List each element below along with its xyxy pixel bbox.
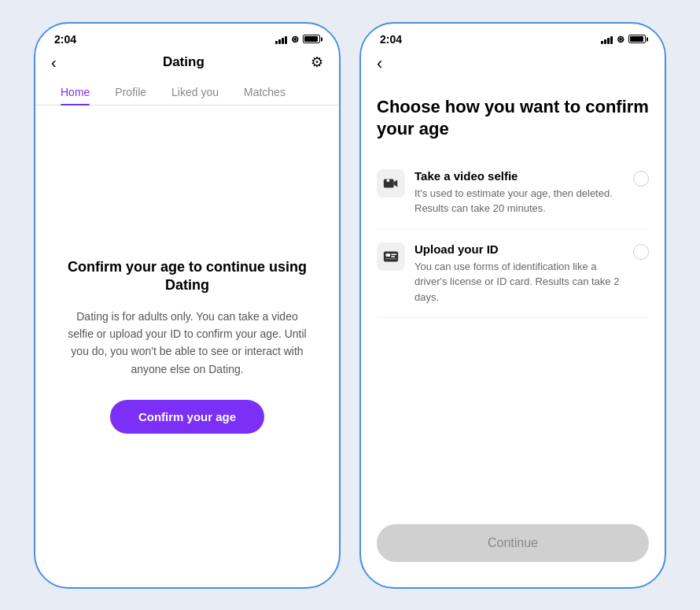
time-1: 2:04 — [54, 33, 76, 46]
status-bar-2: 2:04 ⊛ — [361, 24, 665, 50]
tab-matches[interactable]: Matches — [231, 79, 298, 105]
video-selfie-icon — [377, 169, 405, 198]
wifi-icon: ⊛ — [291, 34, 299, 45]
back-button-2[interactable]: ‹ — [377, 54, 382, 73]
tab-profile[interactable]: Profile — [102, 79, 159, 105]
nav-title: Dating — [163, 54, 204, 70]
phone-1: 2:04 ⊛ ‹ Dating ⚙ Home Profile Liked you… — [34, 22, 341, 589]
svg-rect-2 — [384, 251, 398, 261]
video-selfie-text: Take a video selfie It's used to estimat… — [414, 169, 624, 216]
radio-video-selfie[interactable] — [633, 171, 649, 187]
age-confirm-description: Dating is for adults only. You can take … — [67, 308, 308, 379]
video-selfie-title: Take a video selfie — [414, 169, 624, 183]
tab-bar: Home Profile Liked you Matches — [35, 79, 339, 105]
option-video-selfie[interactable]: Take a video selfie It's used to estimat… — [377, 157, 649, 230]
battery-icon-2 — [628, 35, 646, 43]
phone2-title: Choose how you want to confirm your age — [361, 87, 665, 141]
signal-icon-2 — [601, 35, 613, 44]
upload-id-title: Upload your ID — [414, 242, 624, 256]
svg-point-1 — [387, 179, 390, 182]
tab-liked-you[interactable]: Liked you — [159, 79, 231, 105]
phone-2: 2:04 ⊛ ‹ Choose how you want to confirm … — [359, 22, 666, 589]
wifi-icon-2: ⊛ — [617, 34, 624, 45]
time-2: 2:04 — [380, 33, 402, 46]
status-icons-1: ⊛ — [275, 34, 320, 45]
video-selfie-desc: It's used to estimate your age, then del… — [414, 186, 624, 216]
continue-button[interactable]: Continue — [377, 524, 649, 562]
tab-home[interactable]: Home — [48, 79, 102, 105]
confirm-age-button[interactable]: Confirm your age — [110, 400, 264, 434]
phone2-back-header: ‹ — [361, 50, 665, 87]
settings-button[interactable]: ⚙ — [311, 54, 323, 71]
upload-id-text: Upload your ID You can use forms of iden… — [414, 242, 624, 305]
radio-upload-id[interactable] — [633, 244, 649, 260]
phone2-options: Take a video selfie It's used to estimat… — [361, 141, 665, 512]
upload-id-desc: You can use forms of identification like… — [414, 259, 624, 305]
signal-icon — [275, 35, 287, 44]
battery-icon — [303, 35, 320, 43]
age-confirm-title: Confirm your age to continue using Datin… — [67, 258, 308, 295]
svg-rect-3 — [386, 253, 391, 257]
status-bar-1: 2:04 ⊛ — [35, 24, 339, 50]
phone1-main-content: Confirm your age to continue using Datin… — [35, 105, 339, 587]
option-upload-id[interactable]: Upload your ID You can use forms of iden… — [377, 230, 649, 319]
status-icons-2: ⊛ — [601, 34, 646, 45]
nav-header: ‹ Dating ⚙ — [35, 50, 339, 79]
upload-id-icon — [377, 242, 405, 271]
back-button[interactable]: ‹ — [51, 54, 57, 72]
continue-button-wrap: Continue — [361, 512, 665, 587]
